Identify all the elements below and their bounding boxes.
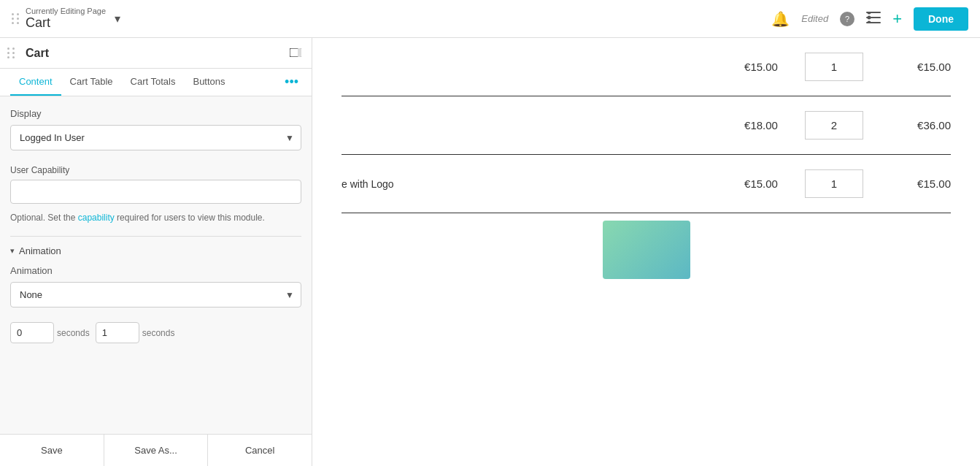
table-row: €15.00 €15.00 [342,38,951,96]
svg-point-5 [868,21,871,24]
page-name: Cart [26,15,106,31]
table-row: e with Logo €15.00 €15.00 [342,155,951,213]
row1-qty-input[interactable] [805,53,863,81]
row2-qty-input[interactable] [805,111,863,140]
tab-cart-table[interactable]: Cart Table [61,69,122,96]
capability-link[interactable]: capability [78,213,115,223]
currently-editing-label: Currently Editing Page [26,7,106,15]
cart-content-area: €15.00 €15.00 €18.00 €36.00 e with Logo … [312,38,980,466]
list-view-icon[interactable] [866,10,881,27]
panel-drag-handle [7,47,15,58]
edited-status: Edited [801,13,828,24]
delay-field: seconds [10,322,90,343]
user-capability-section: User Capability Optional. Set the capabi… [10,165,301,224]
row2-total: €36.00 [863,119,951,131]
user-capability-label: User Capability [10,165,301,175]
tab-buttons[interactable]: Buttons [184,69,234,96]
more-tabs-icon[interactable]: ••• [282,69,301,96]
animation-field-label: Animation [10,265,301,276]
animation-section: ▾ Animation Animation None Fade In Slide… [10,245,301,355]
user-capability-input[interactable] [10,180,301,204]
editor-panel: Cart Content Cart Table Cart Totals Butt… [0,38,312,466]
drag-handle [12,13,20,24]
row3-price: €15.00 [717,177,805,190]
svg-point-4 [868,16,871,20]
panel-header: Cart [0,38,312,69]
cancel-button[interactable]: Cancel [208,435,312,466]
product-thumbnail [603,221,690,279]
display-select-wrapper: Logged In User All Users Guest ▼ [10,125,301,150]
delay-row: seconds seconds [10,322,301,343]
delay-input[interactable] [10,322,54,343]
row3-total: €15.00 [863,177,951,190]
svg-point-3 [868,12,871,15]
display-select[interactable]: Logged In User All Users Guest [10,125,301,150]
row3-name: e with Logo [342,178,717,190]
page-dropdown-icon[interactable]: ▾ [115,12,120,26]
panel-footer: Save Save As... Cancel [0,434,312,466]
row3-qty-input[interactable] [805,169,863,198]
help-icon[interactable]: ? [840,12,854,26]
panel-title: Cart [26,47,49,60]
minimize-icon[interactable] [290,45,301,61]
main-layout: Cart Content Cart Table Cart Totals Butt… [0,38,980,466]
tab-cart-totals[interactable]: Cart Totals [122,69,185,96]
duration-field: seconds [96,322,175,343]
header-left: Currently Editing Page Cart ▾ [12,7,771,31]
panel-tabs: Content Cart Table Cart Totals Buttons •… [0,69,312,96]
section-divider [10,236,301,237]
animation-select[interactable]: None Fade In Slide Up Slide Down Zoom In [10,282,301,308]
page-info: Currently Editing Page Cart [26,7,106,31]
save-as-button[interactable]: Save As... [104,435,209,466]
notification-bell-icon[interactable]: 🔔 [771,10,790,28]
duration-unit-label: seconds [142,328,175,338]
row1-price: €15.00 [717,61,805,73]
table-row: €18.00 €36.00 [342,96,951,155]
cart-table: €15.00 €15.00 €18.00 €36.00 e with Logo … [312,38,980,213]
animation-select-wrapper: None Fade In Slide Up Slide Down Zoom In… [10,282,301,308]
animation-collapse-header[interactable]: ▾ Animation [10,245,301,256]
capability-help-text: Optional. Set the capability required fo… [10,211,301,224]
product-thumbnail-area [312,213,980,286]
delay-unit-label: seconds [57,328,90,338]
tab-content[interactable]: Content [10,69,61,96]
header-right: 🔔 Edited ? + Done [771,7,968,31]
add-element-icon[interactable]: + [892,9,902,28]
row2-price: €18.00 [717,119,805,131]
animation-section-label: Animation [19,245,61,256]
display-label: Display [10,108,301,119]
done-button[interactable]: Done [914,7,968,31]
collapse-chevron-icon: ▾ [10,246,15,256]
row1-total: €15.00 [863,61,951,73]
save-button[interactable]: Save [0,435,104,466]
svg-rect-7 [298,48,301,57]
display-section: Display Logged In User All Users Guest ▼ [10,108,301,150]
panel-content: Display Logged In User All Users Guest ▼… [0,96,312,434]
duration-input[interactable] [96,322,139,343]
main-header: Currently Editing Page Cart ▾ 🔔 Edited ?… [0,0,980,38]
